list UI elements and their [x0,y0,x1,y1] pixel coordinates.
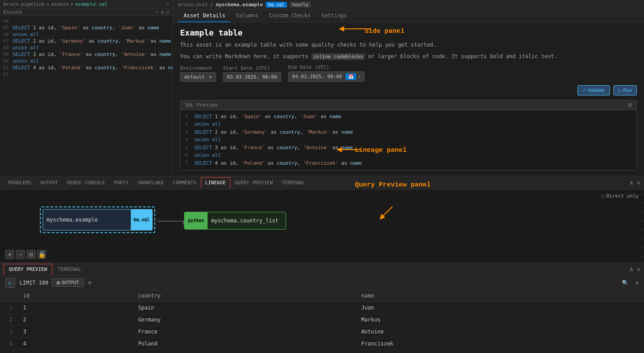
query-results-section: ▷ LIMIT 100 ▤ OUTPUT + 🔍 ≡ id country na… [0,276,644,353]
col-id: id [18,290,133,302]
env-label: Environment [180,65,216,71]
app-wrapper: bruin-pipeline > assets > example.sql ⋯ … [0,0,644,353]
cell-name-3: Antoine [356,325,644,337]
fit-button[interactable]: ⊡ [27,250,35,259]
copy-icon[interactable]: ⧉ [628,102,632,108]
tab-problems[interactable]: PROBLEMS [4,177,36,188]
data-table: id country name 1 1 Spain Juan 2 2 [0,290,644,350]
code-line-44: 44 [0,18,173,24]
tab-debug-console[interactable]: DEBUG CONSOLE [63,177,110,188]
close-panel-icon[interactable]: ✕ [637,179,640,186]
qp-chevron-up-icon[interactable]: ∧ [629,266,633,273]
list-icon[interactable]: ≡ [636,280,639,286]
asset-title: Example table [180,28,637,37]
sql-preview-line-2: 2 union all [185,120,632,128]
tab-ports[interactable]: PORTS [110,177,133,188]
qp-tabs-section: QUERY PREVIEW TERMINAL ∧ ✕ [0,263,644,276]
side-panel-tabs: Asset Details Columns Custom Checks Sett… [173,10,644,23]
node-example[interactable]: myschema.example bq.sql [40,206,155,233]
zoom-in-button[interactable]: + [5,250,14,259]
editor-content[interactable]: 44 45 SELECT 1 as id, 'Spain' as country… [0,16,173,176]
cell-id-1: 1 [18,301,133,313]
run-button[interactable]: ▷ Run [613,85,637,95]
table-row: 1 1 Spain Juan [0,301,644,313]
cell-country-4: Poland [133,337,356,349]
start-date-group: Start Date (UTC) 03.03.2025, 00:00 [223,65,281,82]
validate-button[interactable]: ✓ Validate [577,85,610,95]
sql-preview-line-7: 7 SELECT 4 as id, 'Poland' as country, '… [185,159,632,167]
breadcrumb-file: example.sql [75,1,108,7]
node-example-label: myschema.example [43,210,131,230]
sql-preview-header: SQL Preview ⧉ [181,100,636,110]
tab-custom-checks[interactable]: Custom Checks [264,10,316,22]
code-line-52: 52 [0,71,173,78]
tab-terminal[interactable]: TERMINAL [277,177,310,188]
breadcrumb: bruin-pipeline > assets > example.sql ⋯ [0,0,173,9]
execute-label: Execute [4,10,22,15]
results-table: id country name 1 1 Spain Juan 2 2 [0,290,644,353]
code-line-49: 49 SELECT 3 as id, 'France' as country, … [0,51,173,58]
cell-name-1: Juan [356,301,644,313]
tab-qp-query-preview[interactable]: QUERY PREVIEW [4,264,52,275]
tab-output[interactable]: OUTPUT [36,177,63,188]
table-row: 2 2 Germany Markus [0,313,644,325]
cell-name-2: Markus [356,313,644,325]
qp-close-icon[interactable]: ✕ [637,266,640,273]
editor-options: ⋯ [166,2,169,7]
row-num-2: 2 [0,313,18,325]
table-body: 1 1 Spain Juan 2 2 Germany Markus 3 3 [0,301,644,349]
qp-tabs-left: QUERY PREVIEW TERMINAL [4,264,86,275]
qp-tabs-right: ∧ ✕ [629,266,640,273]
asset-desc-1: This asset is an example table with some… [180,41,637,49]
sql-preview-line-6: 6 union all [185,151,632,159]
tab-query-preview[interactable]: QUERY PREVIEW [230,177,277,188]
header-schema: myschema.example [216,2,263,8]
output-button[interactable]: ▤ OUTPUT [52,278,84,287]
chevron-up-icon[interactable]: ∧ [629,179,633,186]
code-line-51: 51 SELECT 4 as id, 'Poland' as country, … [0,64,173,71]
code-line-47: 47 SELECT 2 as id, 'Germany' as country,… [0,38,173,44]
env-select[interactable]: default ▾ [180,72,216,82]
zoom-out-button[interactable]: − [16,250,25,259]
tab-columns[interactable]: Columns [231,10,264,22]
tab-asset-details[interactable]: Asset Details [178,10,231,22]
top-section: bruin-pipeline > assets > example.sql ⋯ … [0,0,644,176]
search-icon[interactable]: 🔍 [622,280,628,286]
end-date-input[interactable]: 04.03.2025, 00:00 📅 ▾ [288,71,365,82]
header-row: id country name [0,290,644,302]
node-country-list[interactable]: python myschema.country_list [184,212,286,230]
tab-qp-terminal[interactable]: TERMINAL [52,264,86,275]
add-tab-button[interactable]: + [87,278,92,287]
tab-snowflake[interactable]: SNOWFLAKE [133,177,169,188]
sql-preview-line-1: 1 SELECT 1 as id, 'Spain' as country, 'J… [185,113,632,121]
start-date-input[interactable]: 03.03.2025, 00:00 [223,72,281,82]
bottom-tabs-right: ∧ ✕ [629,179,640,186]
run-query-button[interactable]: ▷ [5,278,15,288]
header-org: bruin-init [178,2,208,8]
table-icon: ▤ [57,280,60,286]
tab-comments[interactable]: COMMENTS [169,177,201,188]
cell-id-2: 2 [18,313,133,325]
sql-preview-line-4: 4 union all [185,136,632,144]
side-panel-header: bruin-init / myschema.example bq.sql hou… [173,0,644,10]
badge-hourly: hourly [290,2,311,8]
lineage-section: ☐ Direct only myschema.example bq.sql ▶ … [0,190,644,263]
lock-button[interactable]: 🔒 [37,250,46,259]
sql-preview-line-3: 3 SELECT 2 as id, 'Germany' as country, … [185,128,632,136]
tab-settings[interactable]: Settings [316,10,352,22]
code-line-48: 48 union all [0,44,173,51]
cell-country-3: France [133,325,356,337]
cell-country-2: Germany [133,313,356,325]
editor-toolbar: Execute ⋯ ≡ □ [0,9,173,16]
cell-country-1: Spain [133,301,356,313]
tab-lineage[interactable]: LINEAGE [201,177,230,188]
bottom-tabs-section: PROBLEMS OUTPUT DEBUG CONSOLE PORTS SNOW… [0,176,644,190]
calendar-icon[interactable]: 📅 [346,73,356,80]
inline-code: inline codeblocks [311,53,365,60]
breadcrumb-pipeline: bruin-pipeline [4,1,45,7]
badge-bqsql: bq.sql [266,2,287,8]
end-date-group: End Date (UTC) 04.03.2025, 00:00 📅 ▾ [288,64,365,82]
node-example-badge: bq.sql [131,210,152,230]
lineage-controls: + − ⊡ 🔒 [5,250,46,259]
col-row-num [0,290,18,302]
